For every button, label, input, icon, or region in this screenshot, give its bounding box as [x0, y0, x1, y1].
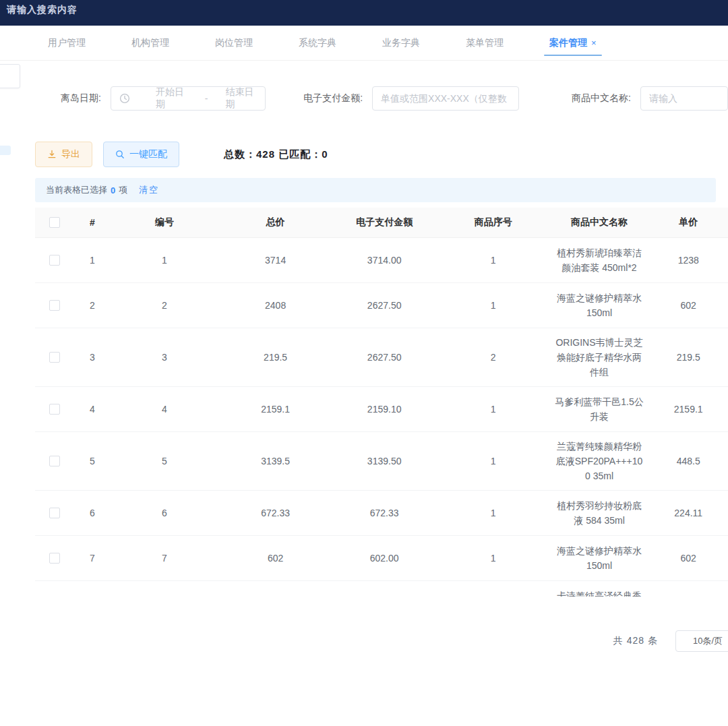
- cell-seq: 1: [437, 386, 550, 431]
- pagination-bar: 共 428 条 10条/页: [0, 630, 728, 652]
- tab-7[interactable]: 案件管理×: [540, 26, 606, 60]
- cell-seq: 1: [437, 490, 550, 535]
- product-name-input[interactable]: [640, 86, 728, 111]
- cell-epay: 3139.50: [332, 431, 437, 490]
- date-range-picker[interactable]: 开始日期 - 结束日期: [111, 86, 266, 111]
- cell-index: 2: [75, 282, 110, 328]
- cell-name: 卡诗菁纯亮泽经典香氛: [550, 580, 649, 597]
- page-size-select[interactable]: 10条/页: [675, 630, 728, 652]
- end-date-placeholder: 结束日期: [225, 86, 257, 111]
- cell-total: 2408: [219, 282, 332, 328]
- cell-index: 4: [75, 386, 110, 431]
- amount-input[interactable]: [372, 86, 519, 111]
- tab-close-icon[interactable]: ×: [591, 38, 597, 48]
- tab-label: 业务字典: [382, 37, 420, 49]
- cell-seq: 1: [437, 580, 550, 597]
- selection-info-bar: 当前表格已选择 0 项 清空: [35, 178, 716, 202]
- col-header-code: 编号: [110, 208, 219, 237]
- row-checkbox[interactable]: [49, 255, 60, 266]
- col-header-name: 商品中文名称: [550, 208, 649, 237]
- selection-prefix: 当前表格已选择: [46, 184, 107, 196]
- table-row: 2224082627.501海蓝之谜修护精萃水 150ml602: [35, 282, 728, 328]
- tab-5[interactable]: 业务字典: [373, 26, 429, 60]
- cell-seq: 1: [437, 535, 550, 580]
- export-button[interactable]: 导出: [35, 142, 92, 167]
- case-products-table: # 编号 总价 电子支付金额 商品序号 商品中文名称 单价 1137143714…: [35, 208, 728, 597]
- table-row: 1137143714.001植村秀新琥珀臻萃洁颜油套装 450ml*21238: [35, 237, 728, 282]
- clipped-left-chip: [0, 146, 11, 155]
- col-header-total: 总价: [219, 208, 332, 237]
- cell-seq: 1: [437, 237, 550, 282]
- tab-1[interactable]: 用户管理: [38, 26, 95, 60]
- col-header-epay: 电子支付金额: [332, 208, 437, 237]
- table-row: 77602602.001海蓝之谜修护精萃水 150ml602: [35, 535, 728, 580]
- table-row: 881233.471233.471卡诗菁纯亮泽经典香氛411.16: [35, 580, 728, 597]
- cell-price: 1238: [648, 237, 728, 282]
- select-all-checkbox[interactable]: [49, 217, 60, 228]
- tab-label: 岗位管理: [215, 37, 253, 49]
- download-icon: [47, 150, 57, 159]
- pagination-total: 共 428 条: [613, 635, 658, 647]
- row-checkbox[interactable]: [49, 300, 60, 311]
- totals-summary: 总数：428 已匹配：0: [224, 148, 328, 161]
- cell-index: 8: [75, 580, 110, 597]
- cell-code: 7: [110, 535, 219, 580]
- cell-total: 2159.1: [219, 386, 332, 431]
- selection-suffix: 项: [119, 184, 127, 196]
- cell-epay: 672.33: [332, 490, 437, 535]
- cell-name: 海蓝之谜修护精萃水 150ml: [550, 282, 649, 328]
- filter-row: 离岛日期: 开始日期 - 结束日期 电子支付金额: 商品中文名称:: [61, 86, 728, 111]
- tab-2[interactable]: 机构管理: [122, 26, 179, 60]
- tab-4[interactable]: 系统字典: [289, 26, 346, 60]
- cell-code: 5: [110, 431, 219, 490]
- cell-index: 1: [75, 237, 110, 282]
- cell-code: 2: [110, 282, 219, 328]
- tab-label: 用户管理: [48, 37, 86, 49]
- cell-name: 植村秀新琥珀臻萃洁颜油套装 450ml*2: [550, 237, 649, 282]
- cell-epay: 2627.50: [332, 328, 437, 386]
- cell-total: 602: [219, 535, 332, 580]
- one-click-match-button[interactable]: 一键匹配: [103, 142, 179, 167]
- start-date-placeholder: 开始日期: [156, 86, 187, 111]
- global-search-input[interactable]: 请输入搜索内容: [7, 4, 78, 16]
- cell-total: 672.33: [219, 490, 332, 535]
- row-checkbox[interactable]: [49, 404, 60, 415]
- row-checkbox[interactable]: [49, 553, 60, 564]
- cell-seq: 2: [437, 328, 550, 386]
- clear-selection-link[interactable]: 清空: [139, 184, 159, 196]
- col-header-seq: 商品序号: [437, 208, 550, 237]
- top-header-bar: 请输入搜索内容: [0, 0, 728, 26]
- cell-price: 602: [648, 282, 728, 328]
- cell-total: 3139.5: [219, 431, 332, 490]
- product-filter-label: 商品中文名称:: [572, 92, 631, 104]
- cell-epay: 3714.00: [332, 237, 437, 282]
- cell-index: 7: [75, 535, 110, 580]
- clipped-left-panel: [0, 64, 20, 88]
- tab-label: 机构管理: [131, 37, 169, 49]
- date-range-separator: -: [205, 93, 208, 104]
- search-icon: [115, 150, 125, 159]
- table-row: 442159.12159.101马爹利蓝带干邑1.5公升装2159.1: [35, 386, 728, 431]
- col-header-price: 单价: [648, 208, 728, 237]
- cell-epay: 2159.10: [332, 386, 437, 431]
- table-header-row: # 编号 总价 电子支付金额 商品序号 商品中文名称 单价: [35, 208, 728, 237]
- export-button-label: 导出: [61, 148, 80, 160]
- row-checkbox[interactable]: [49, 508, 60, 518]
- cell-price: 219.5: [648, 328, 728, 386]
- row-checkbox[interactable]: [49, 456, 60, 466]
- cell-name: ORIGINS韦博士灵芝焕能好底子精华水两件组: [550, 328, 649, 386]
- cell-total: 3714: [219, 237, 332, 282]
- cell-seq: 1: [437, 282, 550, 328]
- table-row: 33219.52627.502ORIGINS韦博士灵芝焕能好底子精华水两件组21…: [35, 328, 728, 386]
- cell-price: 602: [648, 535, 728, 580]
- cell-index: 6: [75, 490, 110, 535]
- cell-name: 植村秀羽纱持妆粉底液 584 35ml: [550, 490, 649, 535]
- row-checkbox[interactable]: [49, 352, 60, 363]
- data-table-container: # 编号 总价 电子支付金额 商品序号 商品中文名称 单价 1137143714…: [35, 208, 728, 597]
- amount-filter-label: 电子支付金额:: [303, 92, 363, 104]
- clock-icon: [119, 93, 130, 104]
- cell-price: 2159.1: [648, 386, 728, 431]
- tab-6[interactable]: 菜单管理: [456, 26, 513, 60]
- table-row: 66672.33672.331植村秀羽纱持妆粉底液 584 35ml224.11: [35, 490, 728, 535]
- tab-3[interactable]: 岗位管理: [206, 26, 262, 60]
